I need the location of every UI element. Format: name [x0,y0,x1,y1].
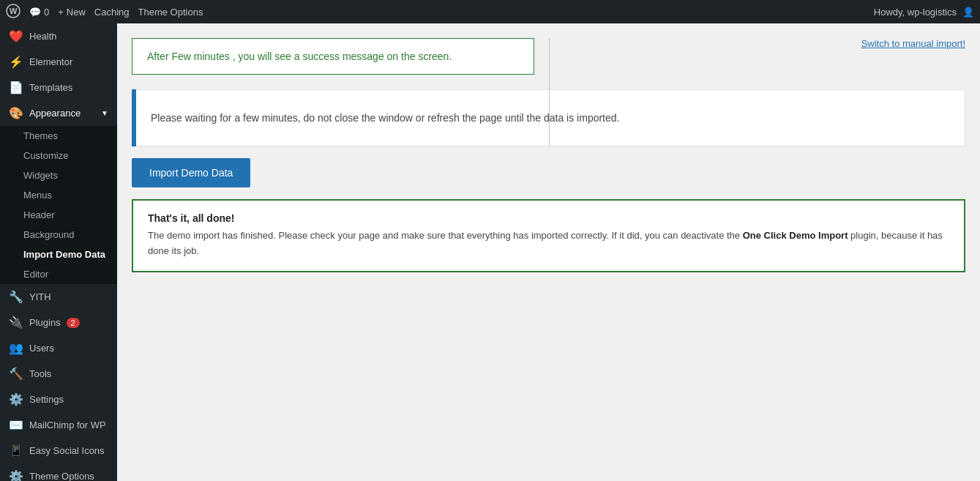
sidebar-label-editor: Editor [23,269,48,280]
success-notice: After Few minutes , you will see a succe… [132,38,534,75]
sidebar-label-users: Users [29,343,54,354]
appearance-arrow: ▼ [101,109,108,117]
sidebar-label-tools: Tools [29,368,51,379]
settings-icon: ⚙️ [9,392,23,406]
theme-options-icon: ⚙️ [9,469,23,481]
sidebar-item-health[interactable]: ❤️ Health [0,23,117,49]
comments-icon: 💬 [29,7,41,18]
sidebar-item-editor[interactable]: Editor [0,264,117,284]
sidebar-label-theme-options: Theme Options [29,471,94,481]
right-column: Switch to manual import! [549,38,966,89]
done-plugin-name: One Click Demo Import [743,230,848,241]
sidebar-item-tools[interactable]: 🔨 Tools [0,361,117,387]
yith-icon: 🔧 [9,290,23,304]
sidebar-label-elementor: Elementor [29,56,72,67]
mailchimp-icon: ✉️ [9,418,23,432]
comments-link[interactable]: 💬 0 [29,7,49,18]
sidebar-label-health: Health [29,31,57,42]
svg-text:W: W [10,7,18,15]
user-avatar-icon: 👤 [962,7,974,18]
comments-count: 0 [44,7,49,18]
sidebar-label-import-demo: Import Demo Data [23,249,105,260]
layout-grid: After Few minutes , you will see a succe… [132,38,965,89]
sidebar-item-mailchimp[interactable]: ✉️ MailChimp for WP [0,412,117,438]
sidebar-label-header: Header [23,209,55,220]
sidebar-label-menus: Menus [23,190,52,201]
sidebar-item-settings[interactable]: ⚙️ Settings [0,387,117,412]
sidebar-label-settings: Settings [29,394,64,405]
sidebar-item-users[interactable]: 👥 Users [0,335,117,361]
sidebar-label-yith: YITH [29,291,51,302]
users-icon: 👥 [9,341,23,355]
main-layout: ❤️ Health ⚡ Elementor 📄 Templates 🎨 Appe… [0,23,980,481]
waiting-box: Please waiting for a few minutes, do not… [136,89,965,146]
import-btn-row: Import Demo Data [132,158,965,187]
howdy-text: Howdy, wp-logistics [874,7,957,18]
admin-bar: W 💬 0 + New Caching Theme Options Howdy,… [0,0,980,23]
switch-manual-link[interactable]: Switch to manual import! [861,38,965,49]
sidebar-item-yith[interactable]: 🔧 YITH [0,284,117,310]
done-notice: That's it, all done! The demo import has… [132,199,965,272]
sidebar-item-theme-options[interactable]: ⚙️ Theme Options [0,463,117,481]
success-message: After Few minutes , you will see a succe… [147,51,519,62]
sidebar-item-widgets[interactable]: Widgets [0,165,117,185]
main-content: After Few minutes , you will see a succe… [117,23,980,481]
elementor-icon: ⚡ [9,55,23,69]
sidebar-item-plugins[interactable]: 🔌 Plugins 2 [0,310,117,335]
sidebar-label-themes: Themes [23,130,58,141]
done-text-part1: The demo import has finished. Please che… [148,230,740,241]
sidebar-label-mailchimp: MailChimp for WP [29,420,106,430]
sidebar-item-header[interactable]: Header [0,205,117,225]
import-demo-button[interactable]: Import Demo Data [132,158,250,187]
sidebar-item-customize[interactable]: Customize [0,146,117,165]
left-column: After Few minutes , you will see a succe… [132,38,549,89]
sidebar: ❤️ Health ⚡ Elementor 📄 Templates 🎨 Appe… [0,23,117,481]
sidebar-item-import-demo[interactable]: Import Demo Data [0,245,117,264]
templates-icon: 📄 [9,81,23,94]
new-label: New [67,7,86,18]
appearance-icon: 🎨 [9,106,23,120]
sidebar-label-customize: Customize [23,150,68,161]
waiting-section: Please waiting for a few minutes, do not… [132,89,965,146]
new-menu[interactable]: + New [58,7,86,18]
done-title: That's it, all done! [148,212,949,224]
sidebar-label-appearance: Appearance [29,108,81,119]
sidebar-item-easy-social[interactable]: 📱 Easy Social Icons [0,438,117,463]
health-icon: ❤️ [9,29,23,43]
sidebar-item-menus[interactable]: Menus [0,185,117,205]
switch-manual-container: Switch to manual import! [564,38,966,49]
wp-logo-icon[interactable]: W [6,4,20,20]
sidebar-label-widgets: Widgets [23,170,58,181]
sidebar-item-background[interactable]: Background [0,225,117,245]
sidebar-item-themes[interactable]: Themes [0,126,117,146]
caching-link[interactable]: Caching [94,7,130,18]
tools-icon: 🔨 [9,367,23,381]
done-description: The demo import has finished. Please che… [148,228,949,259]
sidebar-label-easy-social: Easy Social Icons [29,445,105,456]
sidebar-label-background: Background [23,229,74,240]
social-icon: 📱 [9,444,23,458]
theme-options-topbar-link[interactable]: Theme Options [138,7,203,18]
appearance-submenu: Themes Customize Widgets Menus Header Ba… [0,126,117,284]
plugins-icon: 🔌 [9,316,23,329]
sidebar-item-appearance[interactable]: 🎨 Appearance ▼ [0,100,117,126]
content-wrapper: After Few minutes , you will see a succe… [132,38,965,272]
sidebar-label-plugins: Plugins [29,317,61,328]
plus-icon: + [58,7,64,18]
plugins-badge: 2 [67,318,80,328]
sidebar-item-templates[interactable]: 📄 Templates [0,75,117,100]
sidebar-item-elementor[interactable]: ⚡ Elementor [0,49,117,75]
sidebar-label-templates: Templates [29,82,72,93]
